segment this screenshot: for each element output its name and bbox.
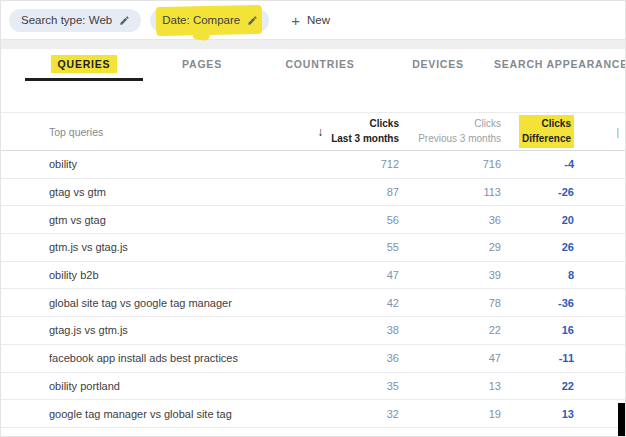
query-cell[interactable]: gtm vs gtag (1, 214, 309, 226)
clicks-last-cell: 36 (309, 352, 399, 364)
report-tabs: QUERIES PAGES COUNTRIES DEVICES SEARCH A… (1, 49, 625, 113)
plus-icon: + (291, 13, 300, 28)
table-row[interactable]: gtm vs gtag 56 36 20 (1, 206, 625, 234)
clicks-prev-cell: 39 (399, 269, 501, 281)
sort-descending-icon[interactable]: ↓ (317, 125, 323, 139)
date-compare-chip[interactable]: Date: Compare (150, 9, 269, 32)
table-row[interactable]: google tag manager vs global site tag 32… (1, 400, 625, 428)
clicks-prev-cell: 13 (399, 380, 501, 392)
edit-pencil-icon[interactable] (247, 15, 258, 26)
edit-pencil-icon[interactable] (119, 15, 130, 26)
tab-countries[interactable]: COUNTRIES (261, 49, 379, 79)
clicks-prev-cell: 78 (399, 297, 501, 309)
clicks-prev-cell: 113 (399, 186, 501, 198)
table-body: obility 712 716 -4 gtag vs gtm 87 113 -2… (1, 151, 625, 428)
clicks-prev-cell: 22 (399, 324, 501, 336)
tab-pages-label: PAGES (182, 58, 222, 70)
clicks-last-line1: Clicks (331, 117, 399, 132)
column-header-clicks-difference[interactable]: Clicks Difference (501, 115, 574, 148)
table-row[interactable]: gtm.js vs gtag.js 55 29 26 (1, 234, 625, 262)
query-cell[interactable]: google tag manager vs global site tag (1, 408, 309, 420)
clicks-last-cell: 35 (309, 380, 399, 392)
page-background-divider (1, 39, 625, 49)
clicks-last-cell: 42 (309, 297, 399, 309)
clicks-prev-cell: 47 (399, 352, 501, 364)
clicks-last-cell: 47 (309, 269, 399, 281)
difference-cell: -4 (501, 158, 574, 170)
new-filter-button-label: New (307, 14, 330, 26)
query-cell[interactable]: obility portland (1, 380, 309, 392)
clicks-last-cell: 56 (309, 214, 399, 226)
clicks-last-line2: Last 3 months (331, 132, 399, 147)
tab-countries-label: COUNTRIES (285, 58, 354, 70)
difference-cell: -26 (501, 186, 574, 198)
new-filter-button[interactable]: + New (291, 13, 330, 28)
clicks-prev-line1: Clicks (399, 117, 501, 132)
clicks-diff-line2: Difference (522, 132, 571, 147)
table-row[interactable]: global site tag vs google tag manager 42… (1, 289, 625, 317)
table-row[interactable]: obility 712 716 -4 (1, 151, 625, 179)
clicks-prev-line2: Previous 3 months (399, 132, 501, 147)
table-header-row: Top queries ↓ Clicks Last 3 months Click… (1, 113, 625, 151)
column-header-clicks-last-3-months[interactable]: ↓ Clicks Last 3 months (309, 117, 399, 146)
clicks-last-cell: 87 (309, 186, 399, 198)
tab-devices-label: DEVICES (412, 58, 464, 70)
table-row[interactable]: obility b2b 47 39 8 (1, 262, 625, 290)
query-cell[interactable]: gtag.js vs gtm.js (1, 324, 309, 336)
clicks-difference-highlight: Clicks Difference (519, 115, 574, 148)
clicks-prev-cell: 716 (399, 158, 501, 170)
clicks-prev-cell: 19 (399, 408, 501, 420)
clicks-last-cell: 32 (309, 408, 399, 420)
tab-search-appearance-label: SEARCH APPEARANCE (494, 58, 626, 70)
date-compare-chip-label: Date: Compare (162, 14, 240, 26)
table-row[interactable]: facebook app install ads best practices … (1, 345, 625, 373)
clicks-last-cell: 38 (309, 324, 399, 336)
tab-pages[interactable]: PAGES (143, 49, 261, 79)
difference-cell: -36 (501, 297, 574, 309)
table-row[interactable]: obility portland 35 13 22 (1, 373, 625, 401)
yellow-highlight-drip (192, 27, 211, 41)
clicks-prev-cell: 29 (399, 241, 501, 253)
query-cell[interactable]: obility b2b (1, 269, 309, 281)
tab-devices[interactable]: DEVICES (379, 49, 497, 79)
difference-cell: -11 (501, 352, 574, 364)
clicks-last-cell: 55 (309, 241, 399, 253)
screenshot-black-artifact (618, 403, 625, 436)
filter-bar: Search type: Web Date: Compare + New (1, 1, 625, 39)
clicks-prev-cell: 36 (399, 214, 501, 226)
clicks-last-cell: 712 (309, 158, 399, 170)
query-cell[interactable]: gtm.js vs gtag.js (1, 241, 309, 253)
table-row[interactable]: gtag.js vs gtm.js 38 22 16 (1, 317, 625, 345)
column-header-top-queries[interactable]: Top queries (1, 126, 309, 138)
tab-queries-label: QUERIES (51, 55, 118, 73)
difference-cell: 20 (501, 214, 574, 226)
search-type-chip[interactable]: Search type: Web (9, 9, 141, 32)
query-cell[interactable]: gtag vs gtm (1, 186, 309, 198)
tab-queries[interactable]: QUERIES (25, 49, 143, 79)
difference-cell: 16 (501, 324, 574, 336)
clipped-next-column-edge: | (616, 127, 619, 138)
clicks-diff-line1: Clicks (522, 117, 571, 132)
query-cell[interactable]: global site tag vs google tag manager (1, 297, 309, 309)
query-cell[interactable]: facebook app install ads best practices (1, 352, 309, 364)
column-header-clicks-previous-3-months[interactable]: Clicks Previous 3 months (399, 117, 501, 146)
query-cell[interactable]: obility (1, 158, 309, 170)
difference-cell: 22 (501, 380, 574, 392)
difference-cell: 13 (501, 408, 574, 420)
table-row[interactable]: gtag vs gtm 87 113 -26 (1, 179, 625, 207)
search-type-chip-label: Search type: Web (21, 14, 112, 26)
tab-search-appearance[interactable]: SEARCH APPEARANCE (497, 49, 625, 79)
difference-cell: 8 (501, 269, 574, 281)
difference-cell: 26 (501, 241, 574, 253)
